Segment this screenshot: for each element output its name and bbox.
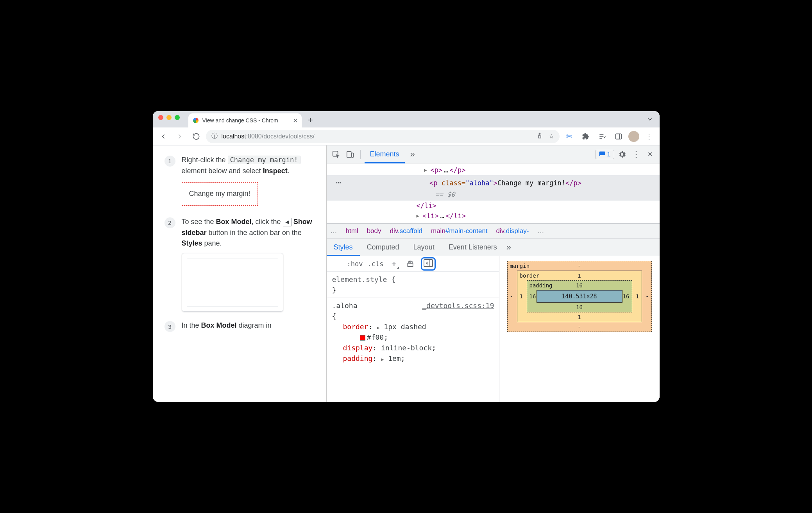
close-devtools-icon[interactable]: ✕ xyxy=(644,148,656,161)
close-window-button[interactable] xyxy=(158,115,163,120)
dom-row-selected[interactable]: ⋯ <p class="aloha">Change my margin!</p>… xyxy=(327,175,660,200)
hov-toggle[interactable]: :hov xyxy=(347,260,363,268)
demo-element[interactable]: Change my margin! xyxy=(182,182,258,206)
dom-row[interactable]: ▶<p>…</p> xyxy=(327,165,660,175)
paint-flash-icon[interactable] xyxy=(404,258,416,269)
new-tab-button[interactable]: + xyxy=(305,114,317,126)
traffic-lights xyxy=(158,111,180,127)
scissors-icon[interactable]: ✄ xyxy=(563,130,576,143)
extensions-icon[interactable] xyxy=(579,130,592,143)
tab-title: View and change CSS - Chrom xyxy=(202,117,290,124)
svg-rect-7 xyxy=(351,153,353,157)
back-button[interactable] xyxy=(157,130,170,143)
reading-list-icon[interactable] xyxy=(596,130,609,143)
issues-badge[interactable]: 1 xyxy=(595,150,614,159)
device-toolbar-icon[interactable] xyxy=(344,148,356,161)
chrome-favicon-icon xyxy=(192,117,199,124)
dom-breadcrumbs[interactable]: … html body div.scaffold main#main-conte… xyxy=(327,223,660,239)
source-link[interactable]: _devtools.scss:19 xyxy=(422,300,494,311)
browser-menu-icon[interactable]: ⋮ xyxy=(642,130,656,143)
tab-styles[interactable]: Styles xyxy=(327,239,360,256)
crumb[interactable]: div.scaffold xyxy=(390,227,423,235)
forward-button[interactable] xyxy=(173,130,186,143)
url-text: localhost:8080/docs/devtools/css/ xyxy=(222,133,315,140)
browser-toolbar: ⓘ localhost:8080/docs/devtools/css/ ☆ ✄ … xyxy=(153,127,660,145)
screenshot-thumbnail xyxy=(182,253,283,312)
svg-rect-10 xyxy=(424,260,433,267)
show-sidebar-glyph-icon: ◀ xyxy=(283,218,292,226)
tab-close-icon[interactable]: ✕ xyxy=(293,117,298,124)
maximize-window-button[interactable] xyxy=(175,115,180,120)
code-snippet: Change my margin! xyxy=(228,156,300,164)
rule-aloha-header: .aloha _devtools.scss:19 xyxy=(332,300,494,311)
crumb[interactable]: body xyxy=(367,227,381,235)
reload-button[interactable] xyxy=(190,130,203,143)
dom-row[interactable]: </li> xyxy=(327,201,660,211)
color-swatch-icon[interactable] xyxy=(360,335,365,341)
tab-computed[interactable]: Computed xyxy=(360,239,406,256)
step-number: 3 xyxy=(165,321,175,332)
minimize-window-button[interactable] xyxy=(166,115,172,120)
tab-layout[interactable]: Layout xyxy=(406,239,442,256)
devtools-menu-icon[interactable]: ⋮ xyxy=(630,148,642,161)
window-menu-icon[interactable] xyxy=(646,116,653,125)
crumb-overflow-left[interactable]: … xyxy=(331,227,337,235)
share-icon[interactable] xyxy=(536,132,543,141)
crumb-overflow-right[interactable]: … xyxy=(537,227,544,235)
svg-rect-3 xyxy=(615,134,621,139)
more-tabs-icon[interactable]: » xyxy=(406,148,419,161)
step-number: 2 xyxy=(165,217,175,228)
css-rules[interactable]: element.style { } .aloha _devtools.scss:… xyxy=(327,272,499,368)
devtools-panel: Elements » 1 ⋮ ✕ ▶<p>…</p> ⋯ <p class="a… xyxy=(327,145,660,402)
box-model-sidebar: margin - - - - border 1 1 1 1 xyxy=(499,256,660,402)
crumb[interactable]: main#main-content xyxy=(431,227,488,235)
cls-toggle[interactable]: .cls xyxy=(367,260,383,268)
tab-elements[interactable]: Elements xyxy=(365,145,405,163)
browser-tab-active[interactable]: View and change CSS - Chrom ✕ xyxy=(188,113,302,127)
styles-action-bar: :hov .cls + xyxy=(327,256,499,272)
tab-event-listeners[interactable]: Event Listeners xyxy=(442,239,504,256)
row-menu-icon[interactable]: ⋯ xyxy=(334,178,343,187)
address-bar[interactable]: ⓘ localhost:8080/docs/devtools/css/ ☆ xyxy=(206,130,560,143)
svg-rect-8 xyxy=(408,263,413,266)
box-model-content[interactable]: 140.531×28 xyxy=(537,290,622,303)
styles-rules-column: :hov .cls + element.style { } .alo xyxy=(327,256,499,402)
site-info-icon[interactable]: ⓘ xyxy=(211,132,218,140)
step-2: 2 To see the Box Model, click the ◀ Show… xyxy=(165,217,318,312)
step-3: 3 In the Box Model diagram in xyxy=(165,320,318,332)
side-panel-icon[interactable] xyxy=(612,130,625,143)
step-1: 1 Right-click the Change my margin! elem… xyxy=(165,155,318,208)
browser-window: View and change CSS - Chrom ✕ + ⓘ localh… xyxy=(153,111,660,402)
step-number: 1 xyxy=(165,156,175,167)
devtools-toolbar: Elements » 1 ⋮ ✕ xyxy=(327,145,660,163)
new-style-rule-button[interactable]: + xyxy=(388,258,400,269)
dom-row[interactable]: ▶<li>…</li> xyxy=(327,211,660,221)
show-sidebar-button[interactable] xyxy=(421,257,436,271)
title-bar: View and change CSS - Chrom ✕ + xyxy=(153,111,660,127)
crumb[interactable]: div.display- xyxy=(496,227,529,235)
box-model-diagram[interactable]: margin - - - - border 1 1 1 1 xyxy=(507,261,652,332)
svg-rect-6 xyxy=(347,151,351,157)
css-declaration: display: inline-block; xyxy=(332,343,494,353)
crumb[interactable]: html xyxy=(346,227,358,235)
rule-element-style: element.style { } xyxy=(332,274,494,295)
css-declaration: padding: ▶ 1em; xyxy=(332,353,494,364)
bookmark-icon[interactable]: ☆ xyxy=(549,133,554,140)
css-declaration: border: ▶ 1px dashed #f00; xyxy=(332,321,494,343)
settings-icon[interactable] xyxy=(616,148,628,161)
tab-strip: View and change CSS - Chrom ✕ + xyxy=(188,111,317,127)
docs-page: 1 Right-click the Change my margin! elem… xyxy=(153,145,327,402)
dom-tree[interactable]: ▶<p>…</p> ⋯ <p class="aloha">Change my m… xyxy=(327,163,660,223)
styles-pane-tabs: Styles Computed Layout Event Listeners » xyxy=(327,239,660,256)
content-area: 1 Right-click the Change my margin! elem… xyxy=(153,145,660,402)
inspect-element-icon[interactable] xyxy=(330,148,342,161)
profile-avatar[interactable] xyxy=(628,131,639,142)
more-subtabs-icon[interactable]: » xyxy=(506,242,511,253)
